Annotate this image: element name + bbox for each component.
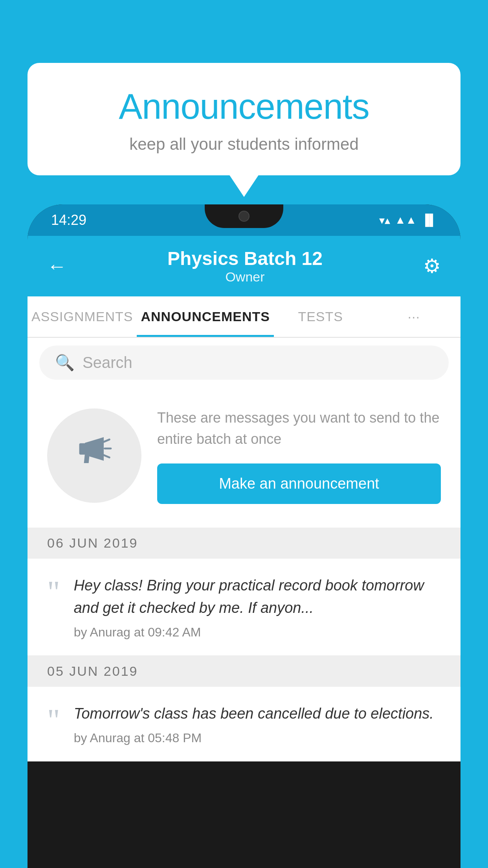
- empty-state-description: These are messages you want to send to t…: [157, 407, 441, 450]
- announcement-text-1: Hey class! Bring your practical record b…: [74, 574, 441, 619]
- tabs-bar: ASSIGNMENTS ANNOUNCEMENTS TESTS ···: [28, 296, 460, 338]
- camera-dot: [238, 211, 250, 222]
- battery-icon: ▐▌: [421, 214, 437, 226]
- tab-assignments[interactable]: ASSIGNMENTS: [28, 296, 137, 337]
- date-section-2: 05 JUN 2019: [28, 656, 460, 687]
- svg-line-1: [104, 440, 109, 442]
- header-center: Physics Batch 12 Owner: [167, 248, 323, 285]
- announcement-item-1[interactable]: " Hey class! Bring your practical record…: [28, 559, 460, 656]
- announcement-icon-circle: [47, 408, 141, 503]
- empty-state-section: These are messages you want to send to t…: [28, 388, 460, 528]
- quote-icon-1: ": [47, 576, 60, 608]
- status-time: 14:29: [51, 212, 86, 228]
- search-container: 🔍 Search: [28, 338, 460, 388]
- phone-frame: 14:29 ▾▴ ▲▲ ▐▌ ← Physics Batch 12 Owner …: [28, 204, 460, 868]
- svg-rect-0: [79, 443, 86, 454]
- batch-name: Physics Batch 12: [167, 248, 323, 269]
- status-icons: ▾▴ ▲▲ ▐▌: [379, 214, 437, 227]
- announcement-content-1: Hey class! Bring your practical record b…: [74, 574, 441, 640]
- quote-icon-2: ": [47, 704, 60, 736]
- announcement-content-2: Tomorrow's class has been cancelled due …: [74, 702, 441, 745]
- date-section-1: 06 JUN 2019: [28, 528, 460, 559]
- announcement-text-2: Tomorrow's class has been cancelled due …: [74, 702, 441, 725]
- tab-tests[interactable]: TESTS: [274, 296, 367, 337]
- speech-bubble-section: Announcements keep all your students inf…: [28, 63, 460, 175]
- announcement-item-2[interactable]: " Tomorrow's class has been cancelled du…: [28, 687, 460, 761]
- announcement-author-2: by Anurag at 05:48 PM: [74, 731, 441, 745]
- batch-role: Owner: [167, 269, 323, 285]
- tab-announcements[interactable]: ANNOUNCEMENTS: [137, 296, 273, 337]
- speech-bubble: Announcements keep all your students inf…: [28, 63, 460, 175]
- announcement-author-1: by Anurag at 09:42 AM: [74, 625, 441, 640]
- search-bar[interactable]: 🔍 Search: [39, 346, 449, 380]
- svg-line-3: [104, 455, 109, 457]
- date-label-1: 06 JUN 2019: [47, 535, 138, 550]
- tab-more[interactable]: ···: [367, 296, 460, 337]
- settings-button[interactable]: ⚙: [423, 255, 441, 278]
- bubble-subtitle: keep all your students informed: [51, 135, 437, 154]
- app-header: ← Physics Batch 12 Owner ⚙: [28, 236, 460, 296]
- wifi-icon: ▾▴: [379, 214, 390, 227]
- search-placeholder: Search: [83, 354, 132, 371]
- phone-container: 14:29 ▾▴ ▲▲ ▐▌ ← Physics Batch 12 Owner …: [28, 204, 460, 868]
- signal-icon: ▲▲: [395, 214, 416, 226]
- make-announcement-button[interactable]: Make an announcement: [157, 463, 441, 504]
- phone-notch: [205, 204, 283, 228]
- bubble-title: Announcements: [51, 86, 437, 127]
- status-bar: 14:29 ▾▴ ▲▲ ▐▌: [28, 204, 460, 236]
- back-button[interactable]: ←: [47, 255, 67, 278]
- search-icon: 🔍: [55, 353, 75, 372]
- date-label-2: 05 JUN 2019: [47, 664, 138, 679]
- empty-state-right: These are messages you want to send to t…: [157, 407, 441, 504]
- megaphone-icon: [71, 428, 118, 484]
